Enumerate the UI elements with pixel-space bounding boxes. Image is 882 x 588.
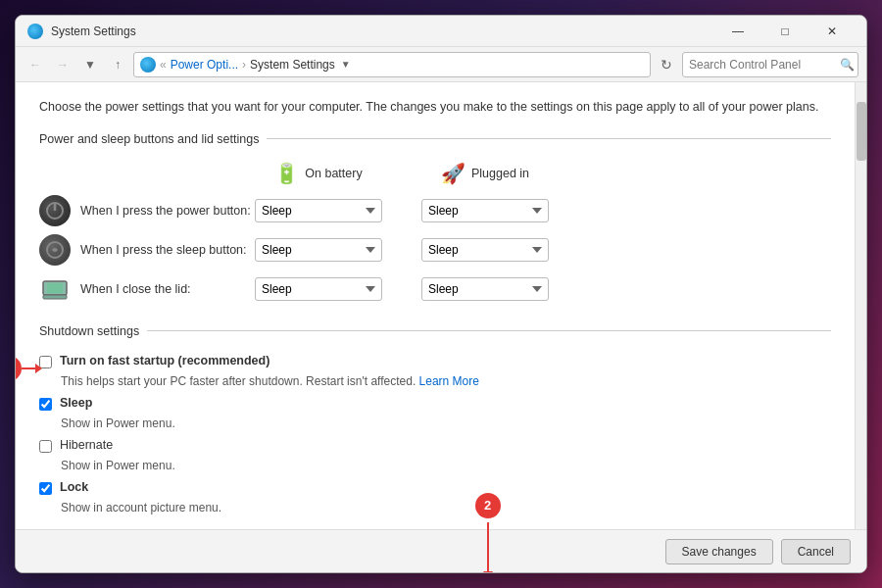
dropdown-button[interactable]: ▼ — [78, 53, 102, 76]
search-button[interactable]: 🔍 — [840, 58, 855, 72]
breadcrumb-dropdown-button[interactable]: ▼ — [339, 59, 353, 70]
intro-text: Choose the power settings that you want … — [39, 98, 831, 117]
refresh-button[interactable]: ↻ — [655, 53, 678, 76]
breadcrumb-icon — [140, 57, 156, 73]
col-header-battery: 🔋 On battery — [255, 162, 382, 185]
col-header-plugged: 🚀 Plugged in — [421, 162, 549, 185]
search-input[interactable] — [689, 58, 836, 72]
cancel-button[interactable]: Cancel — [781, 539, 851, 564]
power-row-1-label: When I press the power button: — [39, 195, 255, 226]
title-bar: System Settings — □ ✕ — [16, 16, 866, 47]
divider-line-2 — [147, 330, 831, 331]
power-row-3-text: When I close the lid: — [80, 282, 191, 296]
system-settings-window: System Settings — □ ✕ ← → ▼ ↑ « Power Op… — [15, 15, 867, 573]
scrollbar-track[interactable] — [855, 82, 866, 529]
sleep-button-plugged-select[interactable]: Sleep Hibernate Shut down Do nothing Tur… — [421, 238, 549, 262]
maximize-button[interactable]: □ — [762, 16, 808, 47]
breadcrumb-bar: « Power Opti... › System Settings ▼ — [133, 52, 651, 77]
sleep-button-icon — [39, 234, 71, 266]
window-icon — [27, 24, 43, 39]
svg-rect-5 — [47, 283, 63, 293]
title-bar-left: System Settings — [27, 24, 136, 39]
learn-more-link[interactable]: Learn More — [419, 374, 479, 388]
power-row-2-label: When I press the sleep button: — [39, 234, 255, 266]
breadcrumb-sep2: › — [242, 58, 246, 72]
shutdown-section-title: Shutdown settings — [39, 324, 139, 338]
close-button[interactable]: ✕ — [809, 16, 855, 47]
sleep-label: Sleep — [60, 396, 92, 410]
lid-plugged-select[interactable]: Sleep Hibernate Shut down Do nothing Tur… — [421, 277, 549, 301]
lock-checkbox[interactable] — [39, 482, 52, 495]
sleep-button-battery-select[interactable]: Sleep Hibernate Shut down Do nothing Tur… — [255, 238, 382, 262]
svg-rect-4 — [43, 295, 67, 299]
content-area: Choose the power settings that you want … — [16, 82, 855, 529]
power-row-1: When I press the power button: Sleep Hib… — [39, 195, 831, 226]
power-row-3-dropdowns: Sleep Hibernate Shut down Do nothing Tur… — [255, 277, 549, 301]
power-table: 🔋 On battery 🚀 Plugged in — [39, 162, 831, 305]
up-button[interactable]: ↑ — [106, 53, 129, 76]
lock-subtext: Show in account picture menu. — [61, 501, 831, 514]
breadcrumb-link1[interactable]: Power Opti... — [171, 58, 238, 72]
window-title: System Settings — [51, 24, 136, 38]
lid-battery-select[interactable]: Sleep Hibernate Shut down Do nothing Tur… — [255, 277, 382, 301]
forward-button[interactable]: → — [51, 53, 74, 76]
arrow-line-2 — [487, 522, 489, 571]
callout-circle-2: 2 — [475, 493, 501, 518]
shutdown-section-header: Shutdown settings — [39, 324, 831, 338]
power-button-plugged-select[interactable]: Sleep Hibernate Shut down Do nothing Tur… — [421, 199, 549, 222]
power-row-1-text: When I press the power button: — [80, 204, 251, 218]
hibernate-label: Hibernate — [60, 438, 113, 452]
arrow-head-2 — [483, 571, 493, 574]
power-row-3-label: When I close the lid: — [39, 273, 255, 305]
arrow-line-1 — [22, 368, 35, 369]
plugged-icon: 🚀 — [441, 162, 466, 185]
content-inner: Choose the power settings that you want … — [16, 82, 855, 529]
lid-icon — [39, 273, 71, 305]
breadcrumb-sep1: « — [160, 58, 167, 72]
sleep-checkbox[interactable] — [39, 398, 52, 411]
col-header-plugged-label: Plugged in — [471, 167, 529, 180]
hibernate-row: Hibernate — [39, 438, 831, 453]
title-controls: — □ ✕ — [715, 16, 855, 47]
address-bar: ← → ▼ ↑ « Power Opti... › System Setting… — [16, 47, 866, 82]
divider-line-1 — [267, 138, 831, 139]
breadcrumb-current: System Settings — [250, 58, 335, 72]
power-row-2-text: When I press the sleep button: — [80, 243, 247, 257]
back-button[interactable]: ← — [24, 53, 47, 76]
arrow-head-1 — [35, 364, 42, 373]
hibernate-subtext: Show in Power menu. — [61, 459, 831, 472]
power-button-battery-select[interactable]: Sleep Hibernate Shut down Do nothing Tur… — [255, 199, 382, 222]
power-row-2-dropdowns: Sleep Hibernate Shut down Do nothing Tur… — [255, 238, 549, 262]
minimize-button[interactable]: — — [715, 16, 760, 47]
col-header-battery-label: On battery — [305, 167, 362, 180]
lock-label: Lock — [60, 480, 88, 494]
power-section-header: Power and sleep buttons and lid settings — [39, 132, 831, 146]
power-table-header: 🔋 On battery 🚀 Plugged in — [39, 162, 831, 185]
callout-arrow-1 — [22, 364, 42, 373]
save-changes-button[interactable]: Save changes — [665, 539, 773, 564]
shutdown-section: Shutdown settings 1 — [39, 324, 831, 514]
hibernate-checkbox[interactable] — [39, 440, 52, 453]
power-row-3: When I close the lid: Sleep Hibernate Sh… — [39, 273, 831, 305]
power-button-icon — [39, 195, 71, 226]
scrollbar-thumb[interactable] — [857, 102, 866, 161]
fast-startup-row: Turn on fast startup (recommended) — [39, 354, 831, 368]
annotation-1-container: 1 Turn on fast startup (recommended) — [39, 354, 831, 388]
sleep-row: Sleep — [39, 396, 831, 411]
search-bar: 🔍 — [682, 52, 858, 77]
fast-startup-label: Turn on fast startup (recommended) — [60, 354, 270, 368]
sleep-subtext: Show in Power menu. — [61, 416, 831, 430]
lock-row: Lock — [39, 480, 831, 495]
annotation-1: 1 — [16, 356, 42, 381]
power-row-2: When I press the sleep button: Sleep Hib… — [39, 234, 831, 266]
battery-icon: 🔋 — [274, 162, 299, 185]
power-section-title: Power and sleep buttons and lid settings — [39, 132, 259, 146]
power-row-1-dropdowns: Sleep Hibernate Shut down Do nothing Tur… — [255, 199, 549, 222]
fast-startup-subtext: This helps start your PC faster after sh… — [61, 374, 831, 388]
bottom-bar: 2 Save changes Cancel — [16, 529, 866, 572]
main-content: Choose the power settings that you want … — [16, 82, 866, 529]
annotation-2: 2 — [475, 493, 501, 574]
